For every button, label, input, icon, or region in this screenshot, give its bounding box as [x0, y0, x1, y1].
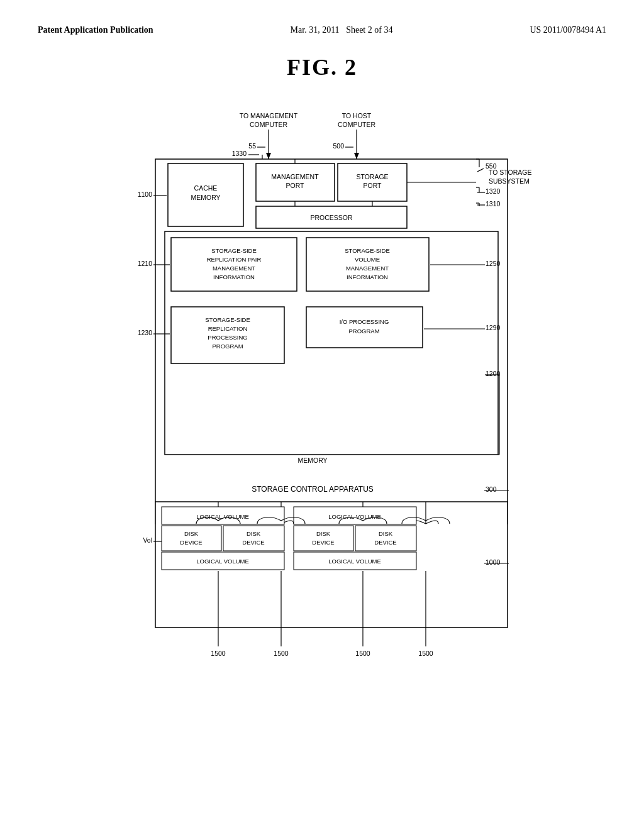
rep-pair-label2: REPLICATION PAIR [207, 256, 262, 263]
ref-1500-4: 1500 [418, 650, 433, 657]
figure-title: FIG. 2 [38, 54, 606, 80]
disk-device-3-box [294, 526, 353, 551]
page: Patent Application Publication Mar. 31, … [0, 0, 644, 830]
rep-proc-label2: REPLICATION [208, 325, 248, 332]
rep-pair-label4: INFORMATION [213, 274, 255, 280]
rep-proc-label3: PROCESSING [208, 334, 247, 341]
to-management-label: TO MANAGEMENT [240, 112, 298, 119]
cache-memory-label1: CACHE [194, 184, 218, 192]
header-publication-label: Patent Application Publication [38, 25, 153, 35]
rep-proc-label4: PROGRAM [212, 343, 243, 350]
diagram: text { font-family: Arial, Helvetica, sa… [86, 106, 558, 703]
disk-device-4-box [355, 526, 416, 551]
mgmt-port-label1: MANAGEMENT [271, 173, 319, 180]
mgmt-port-label2: PORT [286, 182, 305, 189]
disk-device-3-label1: DISK [316, 530, 331, 537]
ref-1210: 1210 [138, 260, 153, 267]
storage-port-label1: STORAGE [356, 173, 388, 180]
disk-device-2-label1: DISK [247, 530, 261, 537]
ref-1000: 1000 [486, 558, 501, 566]
storage-control-label: STORAGE CONTROL APPARATUS [252, 485, 374, 494]
to-host-label2: COMPUTER [338, 121, 376, 128]
ref-550: 550 [486, 162, 497, 170]
ref-1500-2: 1500 [274, 650, 289, 657]
ref-1250: 1250 [486, 260, 501, 267]
svg-marker-4 [354, 153, 359, 159]
disk-device-2-label2: DEVICE [242, 539, 264, 546]
rep-proc-label1: STORAGE-SIDE [205, 316, 250, 323]
to-host-label: TO HOST [342, 112, 372, 119]
vol-mgmt-label2: VOLUME [355, 256, 380, 263]
disk-device-1-box [162, 526, 221, 551]
storage-port-label2: PORT [364, 182, 382, 189]
header-sheet-info: Mar. 31, 2011 Sheet 2 of 34 [291, 25, 393, 35]
vol-label: Vol [143, 536, 152, 544]
io-proc-label1: I/O PROCESSING [340, 318, 389, 325]
processor-label: PROCESSOR [310, 214, 353, 221]
to-storage-label2: SUBSYSTEM [489, 177, 530, 185]
disk-device-4-label2: DEVICE [374, 539, 396, 546]
header-sheet: Sheet 2 of 34 [346, 25, 392, 35]
diagram-svg: text { font-family: Arial, Helvetica, sa… [86, 106, 558, 703]
rep-pair-label1: STORAGE-SIDE [211, 247, 257, 254]
ref-1310: 1310 [486, 200, 501, 208]
vol-mgmt-label3: MANAGEMENT [346, 265, 389, 272]
logical-vol-2-label: LOGICAL VOLUME [328, 513, 381, 520]
disk-device-3-label2: DEVICE [312, 539, 334, 546]
logical-vol-3-label: LOGICAL VOLUME [196, 558, 249, 565]
ref-55: 55 [248, 142, 256, 150]
rep-pair-label3: MANAGEMENT [213, 265, 255, 272]
io-proc-label2: PROGRAM [348, 328, 379, 335]
ref-1330: 1330 [232, 150, 247, 157]
header-patent-number: US 2011/0078494 A1 [530, 25, 606, 35]
ref-1200: 1200 [486, 370, 501, 377]
ref-1500-1: 1500 [211, 650, 226, 657]
ref-1100: 1100 [138, 191, 153, 198]
header: Patent Application Publication Mar. 31, … [38, 25, 606, 35]
vol-mgmt-label1: STORAGE-SIDE [345, 247, 390, 254]
cache-memory-label2: MEMORY [191, 194, 220, 201]
ref-1500-3: 1500 [355, 650, 370, 657]
disk-device-1-label2: DEVICE [180, 539, 202, 546]
svg-marker-1 [266, 153, 271, 159]
ref-500: 500 [333, 142, 344, 150]
ref-1320: 1320 [486, 187, 501, 195]
ref-300: 300 [486, 485, 497, 493]
header-date: Mar. 31, 2011 [291, 25, 340, 35]
logical-vol-4-label: LOGICAL VOLUME [328, 558, 381, 565]
ref-1290: 1290 [486, 324, 501, 331]
vol-mgmt-label4: INFORMATION [347, 274, 388, 280]
to-management-label2: COMPUTER [250, 121, 288, 128]
disk-device-4-label1: DISK [379, 530, 393, 537]
memory-label: MEMORY [297, 456, 327, 464]
disk-device-2-box [223, 526, 284, 551]
logical-vol-1-label: LOGICAL VOLUME [196, 513, 249, 520]
ref-1230: 1230 [138, 329, 153, 336]
disk-device-1-label1: DISK [184, 530, 199, 537]
